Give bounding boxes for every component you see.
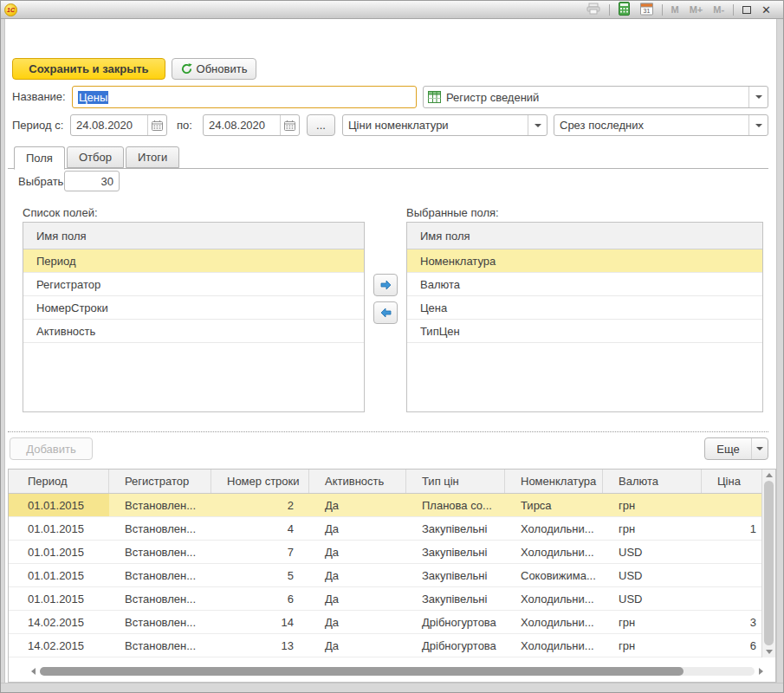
select-count-input[interactable]: 30	[64, 171, 120, 191]
scroll-left-button[interactable]	[31, 668, 36, 675]
slice-combo-dropdown-button[interactable]	[748, 115, 768, 135]
table-cell[interactable]: Да	[309, 541, 406, 563]
table-cell[interactable]	[702, 541, 761, 563]
close-button[interactable]: ✕	[756, 1, 776, 18]
table-cell[interactable]: Холодильни...	[505, 517, 603, 540]
table-cell[interactable]: 01.01.2015	[9, 541, 109, 563]
table-cell[interactable]: 01.01.2015	[9, 517, 109, 540]
column-header[interactable]: Ціна	[702, 470, 761, 493]
splitter-handle[interactable]	[8, 431, 768, 432]
table-cell[interactable]	[702, 494, 761, 516]
column-header[interactable]: Регистратор	[109, 470, 211, 493]
table-cell[interactable]: Да	[309, 634, 406, 657]
table-cell[interactable]: 6	[702, 634, 761, 657]
horizontal-scroll-track[interactable]	[40, 667, 755, 676]
table-cell[interactable]: Закупівельні	[406, 587, 505, 610]
table-row[interactable]: 01.01.2015 Встановлен... 5 Да Закупівель…	[9, 564, 761, 587]
period-to-calendar-button[interactable]	[280, 115, 299, 135]
horizontal-scrollbar[interactable]	[31, 665, 763, 677]
table-row[interactable]: 01.01.2015 Встановлен... 7 Да Закупівель…	[9, 541, 761, 564]
table-cell[interactable]: Встановлен...	[109, 611, 211, 633]
table-cell[interactable]: 13	[211, 634, 309, 657]
name-input[interactable]: Цены	[72, 86, 417, 108]
vertical-scroll-thumb[interactable]	[764, 481, 774, 645]
column-header[interactable]: Тип цін	[406, 470, 505, 493]
table-cell[interactable]: Встановлен...	[109, 564, 211, 586]
table-cell[interactable]: 4	[211, 517, 309, 540]
table-cell[interactable]: 2	[211, 494, 309, 516]
table-cell[interactable]: Да	[309, 587, 406, 610]
scroll-up-button[interactable]	[766, 473, 773, 477]
save-close-button[interactable]: Сохранить и закрыть	[12, 58, 165, 80]
scroll-down-button[interactable]	[766, 650, 773, 654]
print-button[interactable]	[581, 1, 606, 18]
table-cell[interactable]: Тирса	[505, 494, 603, 516]
list-item[interactable]: Период	[23, 249, 364, 273]
m-plus-button[interactable]: M+	[684, 1, 709, 18]
table-cell[interactable]: Планова со...	[406, 494, 505, 516]
column-header[interactable]: Валюта	[603, 470, 702, 493]
list-item[interactable]: Активность	[23, 320, 364, 343]
table-cell[interactable]: Да	[309, 611, 406, 633]
tab-filter[interactable]: Отбор	[67, 146, 124, 168]
register-combo-dropdown-button[interactable]	[528, 115, 547, 135]
table-cell[interactable]: Закупівельні	[406, 517, 505, 540]
period-to-input[interactable]: 24.08.2020	[203, 114, 300, 136]
list-item[interactable]: НомерСтроки	[23, 296, 364, 320]
calculator-button[interactable]	[613, 1, 635, 18]
table-cell[interactable]: Холодильни...	[505, 611, 603, 633]
period-ellipsis-button[interactable]: ...	[307, 114, 335, 136]
column-header[interactable]: Период	[9, 470, 109, 493]
table-cell[interactable]: USD	[603, 564, 702, 586]
table-cell[interactable]: USD	[603, 541, 702, 563]
table-row[interactable]: 14.02.2015 Встановлен... 13 Да Дрібногур…	[9, 634, 761, 657]
table-cell[interactable]: Дрібногуртова	[406, 634, 505, 657]
column-header[interactable]: Активность	[309, 470, 406, 493]
table-cell[interactable]: Встановлен...	[109, 541, 211, 563]
table-cell[interactable]: грн	[603, 517, 702, 540]
table-cell[interactable]: 5	[211, 564, 309, 586]
table-cell[interactable]: 01.01.2015	[9, 564, 109, 586]
table-cell[interactable]: Встановлен...	[109, 587, 211, 610]
table-cell[interactable]: 1	[702, 517, 761, 540]
list-item[interactable]: ТипЦен	[407, 320, 762, 343]
table-cell[interactable]: 14	[211, 611, 309, 633]
tab-totals[interactable]: Итоги	[126, 146, 179, 168]
table-cell[interactable]: Да	[309, 517, 406, 540]
calendar-button[interactable]: 31	[635, 1, 658, 18]
more-dropdown-button[interactable]	[751, 438, 768, 459]
table-cell[interactable]	[702, 564, 761, 586]
m-minus-button[interactable]: M-	[708, 1, 729, 18]
list-column-header[interactable]: Имя поля	[23, 223, 364, 249]
table-row[interactable]: 01.01.2015 Встановлен... 2 Да Планова со…	[9, 494, 761, 517]
table-cell[interactable]: грн	[603, 611, 702, 633]
list-item[interactable]: Номенклатура	[407, 249, 762, 273]
maximize-button[interactable]	[737, 1, 756, 18]
table-row[interactable]: 01.01.2015 Встановлен... 4 Да Закупівель…	[9, 517, 761, 541]
table-cell[interactable]: 3	[702, 611, 761, 633]
table-cell[interactable]: Да	[309, 494, 406, 516]
table-cell[interactable]: 6	[211, 587, 309, 610]
vertical-scrollbar[interactable]	[761, 470, 775, 657]
column-header[interactable]: Номер строки	[211, 470, 309, 493]
table-cell[interactable]: Холодильни...	[505, 587, 603, 610]
period-from-input[interactable]: 24.08.2020	[70, 114, 167, 136]
list-item[interactable]: Валюта	[407, 273, 762, 296]
table-cell[interactable]: Холодильни...	[505, 634, 603, 657]
m-button[interactable]: M	[666, 1, 684, 18]
list-item[interactable]: Цена	[407, 296, 762, 320]
table-cell[interactable]: грн	[603, 634, 702, 657]
tab-fields[interactable]: Поля	[14, 146, 65, 170]
type-combo-dropdown-button[interactable]	[748, 87, 768, 107]
move-left-button[interactable]	[373, 301, 398, 324]
table-cell[interactable]: 14.02.2015	[9, 611, 109, 633]
table-cell[interactable]: Закупівельні	[406, 564, 505, 586]
register-combo[interactable]: Ціни номенклатури	[342, 114, 548, 136]
table-cell[interactable]: 7	[211, 541, 309, 563]
table-cell[interactable]: Холодильни...	[505, 541, 603, 563]
table-cell[interactable]: Дрібногуртова	[406, 611, 505, 633]
move-right-button[interactable]	[373, 274, 398, 296]
table-cell[interactable]	[702, 587, 761, 610]
table-cell[interactable]: USD	[603, 587, 702, 610]
slice-combo[interactable]: Срез последних	[554, 114, 768, 136]
